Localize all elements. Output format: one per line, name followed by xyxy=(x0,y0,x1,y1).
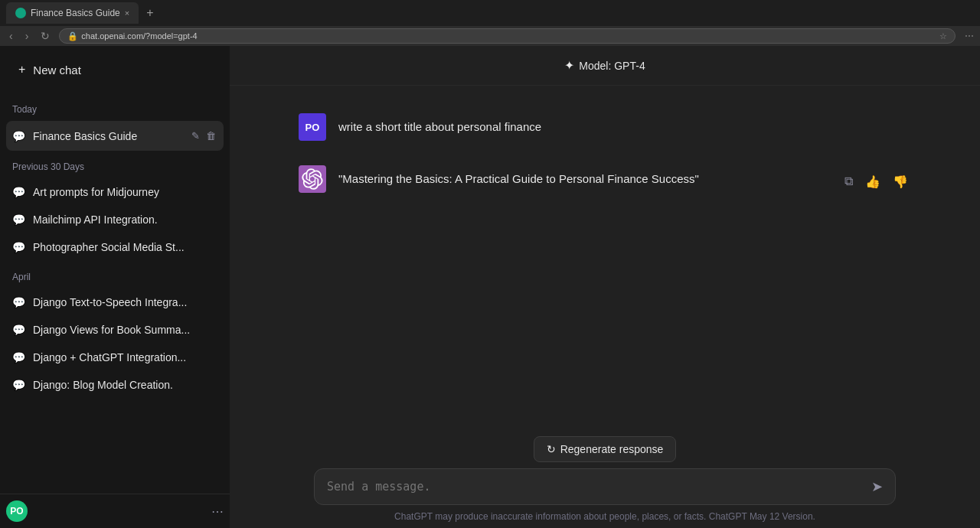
assistant-message-content: "Mastering the Basics: A Practical Guide… xyxy=(338,165,829,193)
footer-disclaimer: ChatGPT may produce inaccurate informati… xyxy=(394,511,815,522)
chat-icon: 💬 xyxy=(12,213,25,226)
chat-title: Photographer Social Media St... xyxy=(33,241,217,253)
assistant-message-text: "Mastering the Basics: A Practical Guide… xyxy=(338,170,829,188)
send-icon: ➤ xyxy=(871,479,883,494)
sidebar: + New chat Today 💬 Finance Basics Guide … xyxy=(0,46,230,528)
today-section: Today xyxy=(0,93,230,121)
app: + New chat Today 💬 Finance Basics Guide … xyxy=(0,46,980,528)
user-avatar: PO xyxy=(6,500,28,522)
message-input[interactable] xyxy=(327,480,865,494)
user-message-text: write a short title about personal finan… xyxy=(338,118,911,136)
new-chat-label: New chat xyxy=(33,64,81,77)
tab-close-btn[interactable]: × xyxy=(125,8,129,18)
sidebar-scroll: Today 💬 Finance Basics Guide ✎ 🗑 Previou… xyxy=(0,93,230,494)
chat-item-mailchimp[interactable]: 💬 Mailchimp API Integration. xyxy=(6,206,224,233)
april-label: April xyxy=(12,266,217,285)
address-bar: ‹ › ↻ 🔒 chat.openai.com/?model=gpt-4 ☆ ⋯ xyxy=(0,26,980,46)
chat-header: ✦ Model: GPT-4 xyxy=(230,46,980,86)
regenerate-label: Regenerate response xyxy=(560,443,664,455)
chat-icon: 💬 xyxy=(12,241,25,253)
tab-bar: Finance Basics Guide × + xyxy=(0,0,980,26)
chat-title: Art prompts for Midjourney xyxy=(33,186,217,198)
previous-30-section: Previous 30 Days xyxy=(0,151,230,178)
chat-item-django-views[interactable]: 💬 Django Views for Book Summa... xyxy=(6,316,224,344)
regenerate-icon: ↻ xyxy=(547,443,556,455)
new-chat-button[interactable]: + New chat xyxy=(6,52,224,87)
main-content: ✦ Model: GPT-4 PO write a short title ab… xyxy=(230,46,980,528)
thumbs-down-button[interactable]: 👎 xyxy=(890,171,911,192)
chat-item-django-tts[interactable]: 💬 Django Text-to-Speech Integra... xyxy=(6,288,224,316)
forward-button[interactable]: › xyxy=(22,30,32,42)
reload-button[interactable]: ↻ xyxy=(38,30,53,42)
user-avatar-message: PO xyxy=(299,113,326,141)
chat-icon: 💬 xyxy=(12,379,25,391)
chat-item-actions: ✎ 🗑 xyxy=(190,129,217,143)
tab-favicon xyxy=(15,8,26,18)
user-message-content: write a short title about personal finan… xyxy=(338,113,911,141)
user-menu-button[interactable]: ⋯ xyxy=(211,504,224,519)
chat-item-photographer[interactable]: 💬 Photographer Social Media St... xyxy=(6,233,224,261)
today-label: Today xyxy=(12,98,217,118)
april-section: April xyxy=(0,261,230,288)
regenerate-button[interactable]: ↻ Regenerate response xyxy=(534,436,677,462)
chat-title: Django Views for Book Summa... xyxy=(33,324,217,336)
chat-item-django-blog[interactable]: 💬 Django: Blog Model Creation. xyxy=(6,371,224,399)
gpt-logo-svg xyxy=(302,168,323,190)
url-bar[interactable]: 🔒 chat.openai.com/?model=gpt-4 ☆ xyxy=(59,28,956,44)
message-input-area: ➤ xyxy=(314,468,896,505)
previous-30-label: Previous 30 Days xyxy=(12,155,217,175)
assistant-message: "Mastering the Basics: A Practical Guide… xyxy=(268,153,942,205)
sidebar-bottom: PO ⋯ xyxy=(0,494,230,528)
chat-title: Finance Basics Guide xyxy=(33,130,182,142)
chat-icon: 💬 xyxy=(12,324,25,336)
chat-item-django-chatgpt[interactable]: 💬 Django + ChatGPT Integration... xyxy=(6,344,224,371)
chat-icon: 💬 xyxy=(12,296,25,308)
thumbs-up-button[interactable]: 👍 xyxy=(862,171,884,192)
model-label: Model: GPT-4 xyxy=(579,60,645,72)
chat-title: Django + ChatGPT Integration... xyxy=(33,351,217,363)
chat-item-art-prompts[interactable]: 💬 Art prompts for Midjourney xyxy=(6,178,224,206)
edit-chat-button[interactable]: ✎ xyxy=(190,129,201,143)
chat-footer: ↻ Regenerate response ➤ ChatGPT may prod… xyxy=(230,427,980,528)
plus-icon: + xyxy=(18,63,25,77)
copy-button[interactable]: ⧉ xyxy=(841,171,856,191)
chat-icon: 💬 xyxy=(12,351,25,363)
chat-messages: PO write a short title about personal fi… xyxy=(230,86,980,427)
tab-title: Finance Basics Guide xyxy=(31,8,120,18)
delete-chat-button[interactable]: 🗑 xyxy=(204,129,217,143)
new-tab-button[interactable]: + xyxy=(142,6,158,20)
url-bar-icons: ☆ xyxy=(939,31,947,41)
user-avatar-initials: PO xyxy=(305,122,320,133)
user-message: PO write a short title about personal fi… xyxy=(268,101,942,153)
url-text: chat.openai.com/?model=gpt-4 xyxy=(81,31,197,41)
chat-title: Django: Blog Model Creation. xyxy=(33,379,217,391)
chat-icon: 💬 xyxy=(12,130,25,142)
gpt-avatar-message xyxy=(299,165,326,193)
back-button[interactable]: ‹ xyxy=(6,30,16,42)
send-button[interactable]: ➤ xyxy=(871,478,883,495)
model-badge: ✦ Model: GPT-4 xyxy=(564,58,645,73)
browser-extensions: ⋯ xyxy=(965,31,974,41)
model-icon: ✦ xyxy=(564,58,574,73)
chat-item-finance-basics[interactable]: 💬 Finance Basics Guide ✎ 🗑 xyxy=(6,121,224,151)
user-initials: PO xyxy=(10,506,23,517)
browser-chrome: Finance Basics Guide × + ‹ › ↻ 🔒 chat.op… xyxy=(0,0,980,46)
message-actions: ⧉ 👍 👎 xyxy=(841,165,911,193)
active-tab[interactable]: Finance Basics Guide × xyxy=(6,2,139,24)
chat-icon: 💬 xyxy=(12,186,25,198)
chat-title: Django Text-to-Speech Integra... xyxy=(33,296,217,308)
chat-title: Mailchimp API Integration. xyxy=(33,213,217,226)
